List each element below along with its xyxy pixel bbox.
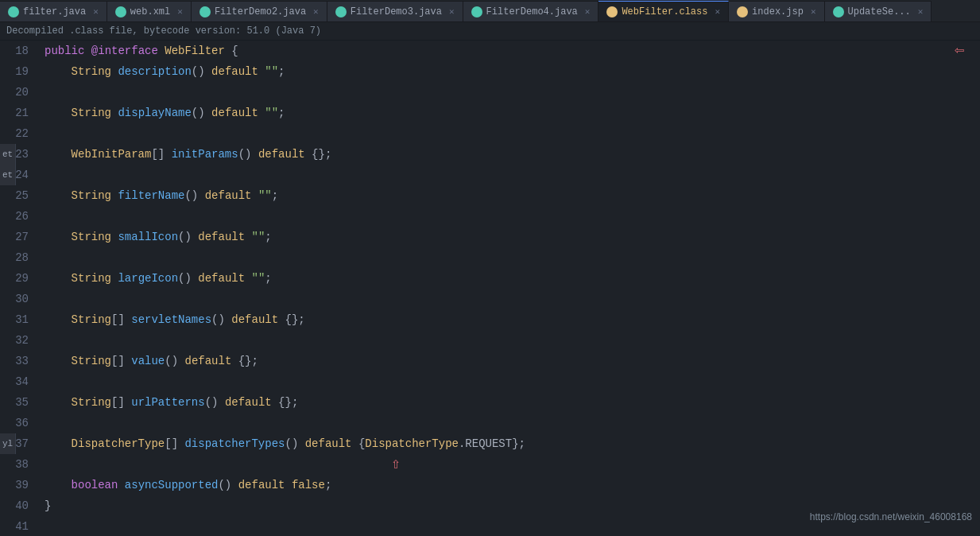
tab-webfilter-class[interactable]: WebFilter.class ✕: [598, 1, 729, 21]
info-bar: Decompiled .class file, bytecode version…: [0, 22, 980, 41]
tab-close-icon[interactable]: ✕: [313, 6, 319, 17]
tab-bar: filter.java ✕ web.xml ✕ FilterDemo2.java…: [0, 0, 980, 22]
tab-filterdemo2[interactable]: FilterDemo2.java ✕: [192, 1, 327, 21]
code-line-20: [45, 82, 980, 103]
tab-close-icon[interactable]: ✕: [93, 6, 99, 17]
tab-close-icon[interactable]: ✕: [811, 6, 816, 17]
code-content[interactable]: public @interface WebFilter { ⇦ String d…: [37, 41, 980, 534]
tab-label: index.jsp: [752, 6, 804, 17]
tab-updatese[interactable]: UpdateSe... ✕: [825, 1, 932, 21]
tab-filter-java[interactable]: filter.java ✕: [0, 1, 107, 21]
watermark: https://blog.csdn.net/weixin_46008168: [810, 507, 972, 527]
editor: et et yl 18 19 20 21 22 23 24 25 26 27 2…: [0, 41, 980, 534]
code-line-27: String smallIcon() default "";: [45, 227, 980, 247]
code-line-32: [45, 330, 980, 351]
tab-close-icon[interactable]: ✕: [177, 6, 183, 17]
tab-filterdemo3[interactable]: FilterDemo3.java ✕: [327, 1, 463, 21]
tab-label: FilterDemo2.java: [215, 6, 306, 17]
code-line-25: String filterName() default "";: [45, 185, 980, 206]
code-line-38: ⇧: [45, 454, 980, 475]
tab-close-icon[interactable]: ✕: [715, 6, 720, 17]
tab-label: FilterDemo4.java: [486, 6, 578, 17]
info-bar-text: Decompiled .class file, bytecode version…: [6, 25, 321, 37]
code-line-22: [45, 123, 980, 144]
tab-filterdemo4[interactable]: FilterDemo4.java ✕: [463, 1, 599, 21]
code-line-36: [45, 413, 980, 433]
tab-label: WebFilter.class: [622, 6, 707, 17]
code-line-18: public @interface WebFilter { ⇦: [45, 41, 980, 61]
tab-close-icon[interactable]: ✕: [449, 6, 455, 17]
code-line-39: boolean asyncSupported() default false;: [45, 475, 980, 495]
tab-web-xml[interactable]: web.xml ✕: [107, 1, 192, 21]
tab-close-icon[interactable]: ✕: [918, 6, 924, 17]
code-line-29: String largeIcon() default "";: [45, 268, 980, 289]
tab-label: FilterDemo3.java: [351, 6, 442, 17]
side-indicator-et-2: et: [0, 165, 16, 185]
code-line-31: String[] servletNames() default {};: [45, 309, 980, 330]
code-line-21: String displayName() default "";: [45, 103, 980, 123]
tab-label: UpdateSe...: [848, 6, 911, 17]
tab-label: web.xml: [130, 6, 170, 17]
code-line-19: String description() default "";: [45, 61, 980, 82]
tab-label: filter.java: [23, 6, 86, 17]
side-indicator-yl: yl: [0, 433, 16, 454]
side-indicator-et-1: et: [0, 144, 16, 165]
code-line-28: [45, 247, 980, 268]
code-line-23: WebInitParam[] initParams() default {};: [45, 144, 980, 165]
line-numbers: 18 19 20 21 22 23 24 25 26 27 28 29 30 3…: [0, 41, 37, 534]
code-line-35: String[] urlPatterns() default {};: [45, 392, 980, 413]
code-line-34: [45, 371, 980, 392]
tab-index-jsp[interactable]: index.jsp ✕: [729, 1, 824, 21]
code-line-33: String[] value() default {};: [45, 351, 980, 371]
code-line-24: [45, 165, 980, 185]
tab-close-icon[interactable]: ✕: [585, 6, 591, 17]
code-line-30: [45, 289, 980, 309]
code-line-26: [45, 206, 980, 227]
code-line-37: DispatcherType[] dispatcherTypes() defau…: [45, 433, 980, 454]
